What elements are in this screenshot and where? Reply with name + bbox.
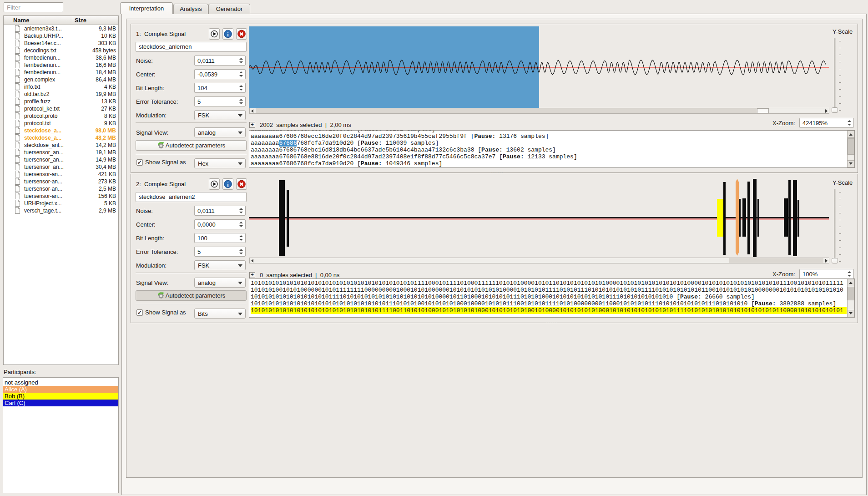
svg-text:i: i <box>227 181 229 188</box>
svg-text:i: i <box>227 31 229 38</box>
